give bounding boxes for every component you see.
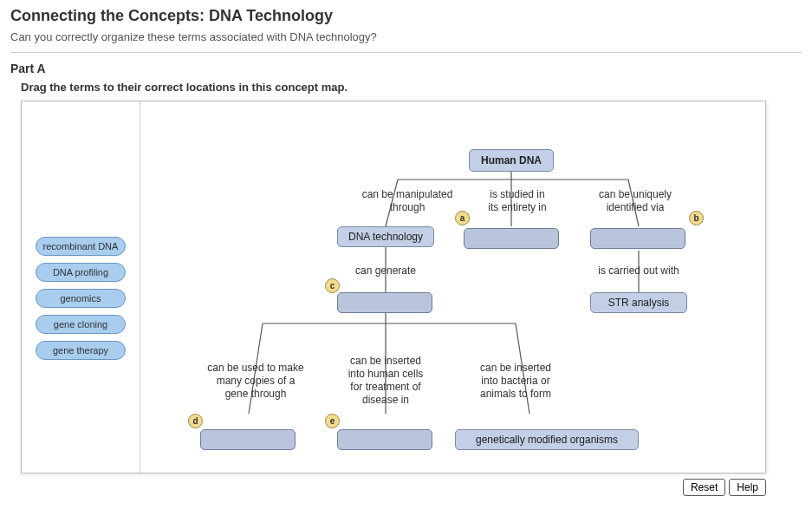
badge-e: e (325, 414, 340, 428)
palette-separator (140, 101, 140, 473)
label-inserted-human: can be inserted into human cells for tre… (334, 355, 438, 407)
dropzone-c[interactable] (337, 292, 432, 313)
term-gene-therapy[interactable]: gene therapy (36, 341, 126, 360)
node-dna-technology: DNA technology (337, 226, 434, 247)
node-str-analysis: STR analysis (590, 292, 687, 313)
badge-a: a (455, 211, 470, 225)
dropzone-b[interactable] (590, 228, 685, 249)
term-gene-cloning[interactable]: gene cloning (36, 315, 126, 334)
badge-c: c (325, 278, 340, 293)
term-genomics[interactable]: genomics (36, 289, 126, 308)
help-button[interactable]: Help (729, 479, 766, 496)
label-studied-entirety: is studied in its entirety in (474, 188, 561, 214)
label-can-generate: can generate (346, 264, 425, 278)
badge-d: d (188, 414, 203, 428)
reset-button[interactable]: Reset (683, 479, 725, 496)
label-carried-out-with: is carried out with (587, 264, 691, 278)
node-gmo: genetically modified organisms (455, 429, 639, 450)
dropzone-d[interactable] (200, 429, 296, 450)
term-dna-profiling[interactable]: DNA profiling (36, 263, 126, 282)
divider (10, 52, 802, 53)
button-row: Reset Help (21, 479, 766, 496)
term-recombinant-dna[interactable]: recombinant DNA (36, 237, 126, 256)
label-many-copies: can be used to make many copies of a gen… (195, 362, 316, 401)
node-human-dna: Human DNA (469, 149, 554, 172)
badge-b: b (689, 211, 704, 225)
instruction-text: Drag the terms to their correct location… (21, 81, 802, 94)
connector-lines (22, 101, 767, 474)
dropzone-e[interactable] (337, 429, 432, 450)
page-title: Connecting the Concepts: DNA Technology (10, 7, 802, 25)
label-uniquely-identified: can be uniquely identified via (583, 188, 687, 214)
page-subtitle: Can you correctly organize these terms a… (10, 30, 802, 43)
dropzone-a[interactable] (464, 228, 559, 249)
part-label: Part A (10, 62, 802, 75)
label-inserted-bacteria: can be inserted into bacteria or animals… (464, 362, 568, 401)
label-manipulated-through: can be manipulated through (351, 188, 464, 214)
concept-map-canvas: recombinant DNA DNA profiling genomics g… (21, 101, 766, 473)
